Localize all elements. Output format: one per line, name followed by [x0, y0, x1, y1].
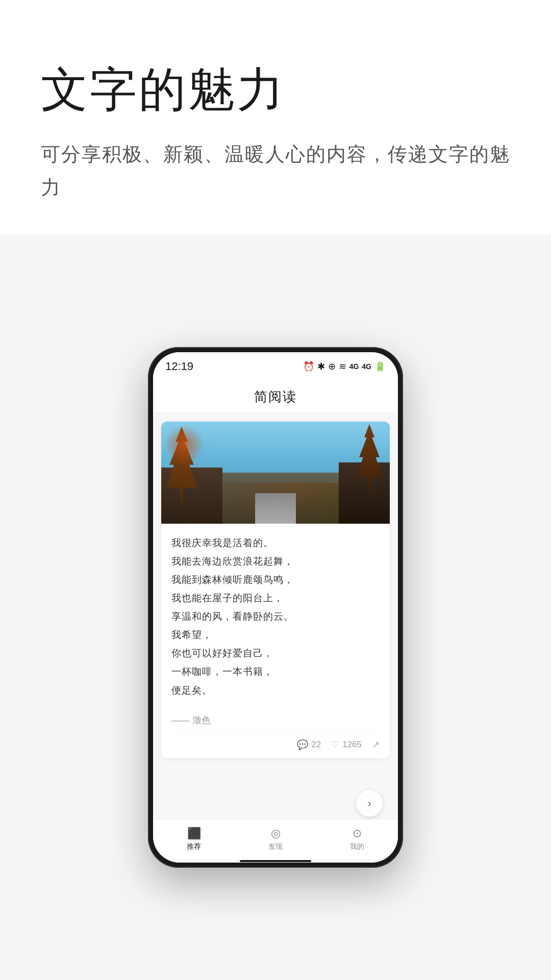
nav-item-recommend[interactable]: ⬛ 推荐 [153, 827, 235, 851]
comment-icon: 💬 [297, 739, 308, 750]
phone-screen: 12:19 ⏰ ✱ ⊕ ≋ 4G 4G 🔋 简阅读 [153, 352, 398, 863]
hero-subtitle: 可分享积极、新颖、温暖人心的内容，传递文字的魅力 [41, 138, 510, 204]
text-line1: 我很庆幸我是活着的。 [171, 537, 273, 548]
recommend-icon: ⬛ [187, 827, 201, 840]
road [255, 493, 296, 524]
indicator-bar [240, 860, 311, 862]
status-icons: ⏰ ✱ ⊕ ≋ 4G 4G 🔋 [303, 361, 386, 372]
like-stat[interactable]: ♡ 1265 [331, 739, 362, 750]
text-line6: 我希望， [171, 629, 212, 640]
article-footer: 💬 22 ♡ 1265 ↗ [171, 734, 380, 750]
app-title: 简阅读 [254, 388, 297, 406]
text-line8: 一杯咖啡，一本书籍， [171, 666, 273, 677]
chevron-right-icon: › [368, 797, 371, 809]
battery-icon: 🔋 [374, 361, 386, 372]
app-header: 简阅读 [153, 381, 398, 413]
recommend-label: 推荐 [187, 842, 201, 851]
share-icon: ↗ [372, 739, 380, 750]
phone-container: 12:19 ⏰ ✱ ⊕ ≋ 4G 4G 🔋 简阅读 [0, 235, 551, 980]
status-bar: 12:19 ⏰ ✱ ⊕ ≋ 4G 4G 🔋 [153, 352, 398, 381]
bottom-indicator [153, 860, 398, 863]
hero-section: 文字的魅力 可分享积极、新颖、温暖人心的内容，传递文字的魅力 [0, 0, 551, 235]
article-image [161, 422, 390, 524]
nfc-icon: ⊕ [328, 361, 336, 372]
app-content[interactable]: 我很庆幸我是活着的。 我能去海边欣赏浪花起舞， 我能到森林倾听鹿颂鸟鸣， 我也能… [153, 413, 398, 819]
text-line2: 我能去海边欣赏浪花起舞， [171, 556, 294, 567]
heart-icon: ♡ [331, 739, 339, 750]
hero-title: 文字的魅力 [41, 61, 510, 117]
next-button[interactable]: › [356, 790, 383, 817]
profile-icon: ⊙ [353, 827, 362, 840]
comment-count: 22 [311, 740, 321, 750]
phone-mockup: 12:19 ⏰ ✱ ⊕ ≋ 4G 4G 🔋 简阅读 [148, 347, 403, 868]
text-line4: 我也能在屋子的阳台上， [171, 593, 284, 603]
wifi-icon: ≋ [339, 361, 346, 372]
bottom-nav: ⬛ 推荐 ◎ 发现 ⊙ 我的 [153, 819, 398, 860]
text-line7: 你也可以好好爱自己， [171, 648, 273, 658]
discover-icon: ◎ [271, 827, 281, 840]
page-content: 文字的魅力 可分享积极、新颖、温暖人心的内容，传递文字的魅力 12:19 ⏰ ✱… [0, 0, 551, 980]
text-line5: 享温和的风，看静卧的云。 [171, 611, 294, 622]
leaves-overlay [164, 424, 205, 465]
article-text: 我很庆幸我是活着的。 我能去海边欣赏浪花起舞， 我能到森林倾听鹿颂鸟鸣， 我也能… [171, 534, 380, 700]
discover-label: 发现 [268, 842, 283, 851]
article-author: —— 澂色 [171, 710, 380, 726]
like-count: 1265 [342, 740, 362, 750]
signal-4g2-icon: 4G [362, 362, 371, 371]
article-body: 我很庆幸我是活着的。 我能去海边欣赏浪花起舞， 我能到森林倾听鹿颂鸟鸣， 我也能… [161, 524, 390, 758]
nav-item-discover[interactable]: ◎ 发现 [235, 827, 316, 851]
text-line3: 我能到森林倾听鹿颂鸟鸣， [171, 574, 294, 585]
status-time: 12:19 [165, 360, 193, 373]
bluetooth-icon: ✱ [317, 361, 325, 372]
alarm-icon: ⏰ [303, 361, 314, 372]
text-line9: 便足矣。 [171, 685, 212, 696]
share-stat[interactable]: ↗ [372, 739, 380, 750]
comment-stat[interactable]: 💬 22 [297, 739, 321, 750]
article-card[interactable]: 我很庆幸我是活着的。 我能去海边欣赏浪花起舞， 我能到森林倾听鹿颂鸟鸣， 我也能… [161, 422, 390, 758]
profile-label: 我的 [350, 842, 364, 851]
signal-4g-icon: 4G [349, 362, 359, 371]
nav-item-profile[interactable]: ⊙ 我的 [316, 827, 398, 851]
